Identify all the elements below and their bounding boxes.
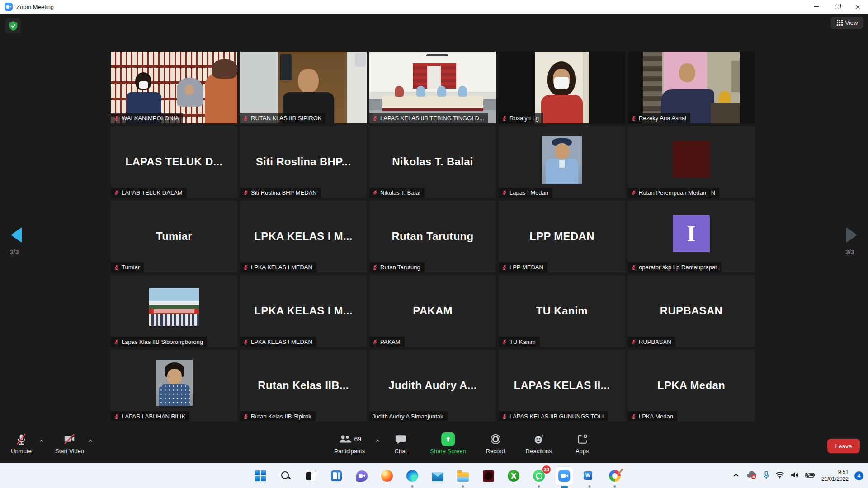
widgets-icon bbox=[331, 470, 342, 481]
taskbar-task-view-button[interactable] bbox=[302, 467, 320, 485]
participant-tile[interactable]: RUPBASANRUPBASAN bbox=[628, 275, 755, 347]
participant-tile[interactable]: LAPAS KELAS II...LAPAS KELAS IIB GUNUNGS… bbox=[499, 350, 625, 422]
participant-tile[interactable]: LAPAS LABUHAN BILIK bbox=[111, 350, 237, 422]
mic-muted-icon bbox=[113, 264, 119, 270]
tray-microphone-icon[interactable] bbox=[763, 471, 769, 481]
participant-tile[interactable]: TU KanimTU Kanim bbox=[499, 275, 625, 347]
taskbar-game-button[interactable] bbox=[479, 467, 497, 485]
participant-name-label: LAPAS TELUK DALAM bbox=[111, 188, 187, 198]
view-button[interactable]: View bbox=[831, 17, 863, 29]
participant-tile[interactable]: LAPAS TELUK D...LAPAS TELUK DALAM bbox=[111, 126, 237, 198]
next-page-arrow[interactable] bbox=[846, 227, 857, 243]
participant-name-label: Rosalyn Lg bbox=[499, 113, 543, 123]
participants-options-chevron[interactable] bbox=[375, 436, 380, 445]
taskbar-xbox-button[interactable] bbox=[505, 467, 523, 485]
taskbar-search-button[interactable] bbox=[277, 467, 295, 485]
participant-tile[interactable]: Nikolas T. BalaiNikolas T. Balai bbox=[369, 126, 496, 198]
participant-name-label: Rutan Perempuan Medan_ N bbox=[628, 188, 719, 198]
mic-muted-toolbar-icon bbox=[14, 432, 28, 447]
task-view-icon bbox=[305, 470, 317, 482]
participants-button[interactable]: 69 Participants bbox=[328, 432, 371, 455]
wifi-icon[interactable] bbox=[775, 471, 784, 480]
participant-name-text: WAI KANIMPOLONIA bbox=[122, 115, 179, 122]
start-video-button[interactable]: Start Video bbox=[55, 432, 84, 455]
participant-tile[interactable]: Rosalyn Lg bbox=[499, 52, 625, 123]
participant-tile[interactable]: Siti Roslina BHP...Siti Roslina BHP MEDA… bbox=[240, 126, 367, 198]
unmute-button[interactable]: Unmute bbox=[7, 432, 35, 455]
zoom-icon bbox=[558, 470, 570, 482]
record-button[interactable]: Record bbox=[481, 432, 509, 455]
mic-muted-icon bbox=[501, 190, 507, 196]
participant-name-text: Rutan Kelas IIB Sipirok bbox=[251, 413, 311, 420]
participant-tile[interactable]: Lapas I Medan bbox=[499, 126, 625, 198]
security-shield-button[interactable] bbox=[5, 18, 21, 33]
volume-icon[interactable] bbox=[790, 471, 799, 480]
share-screen-button[interactable]: Share Screen bbox=[430, 432, 466, 455]
mic-muted-icon bbox=[113, 339, 119, 345]
participant-tile[interactable]: LPP MEDANLPP MEDAN bbox=[499, 201, 625, 272]
taskbar-file-explorer-button[interactable] bbox=[454, 467, 472, 485]
windows-taskbar: 34 9:51 21/01/2022 4 bbox=[0, 463, 868, 488]
taskbar-teams-chat-button[interactable] bbox=[353, 467, 371, 485]
unmute-options-chevron[interactable] bbox=[39, 436, 44, 445]
video-options-chevron[interactable] bbox=[88, 436, 93, 445]
onedrive-error-icon[interactable] bbox=[745, 470, 757, 481]
reactions-label: Reactions bbox=[526, 448, 552, 455]
participant-tile[interactable]: Ioperator skp Lp Rantauprapat bbox=[628, 201, 755, 272]
participant-tile[interactable]: RUTAN KLAS IIB SIPIROK bbox=[240, 52, 367, 123]
participant-name-text: TU Kanim bbox=[509, 338, 536, 345]
participant-name-text: Siti Roslina BHP MEDAN bbox=[251, 189, 317, 196]
tray-chevron-up-icon[interactable] bbox=[732, 472, 740, 480]
mic-muted-icon bbox=[372, 115, 378, 121]
participant-tile[interactable]: LPKA KELAS I M...LPKA KELAS I MEDAN bbox=[240, 201, 367, 272]
participant-tile[interactable]: Rutan Kelas IIB...Rutan Kelas IIB Sipiro… bbox=[240, 350, 367, 422]
participant-tile[interactable]: Rutan Perempuan Medan_ N bbox=[628, 126, 755, 198]
teams-chat-icon bbox=[356, 470, 368, 482]
battery-saver-icon[interactable] bbox=[805, 472, 816, 480]
leave-button[interactable]: Leave bbox=[827, 439, 860, 453]
participant-tile[interactable]: WAI KANIMPOLONIA bbox=[111, 52, 237, 123]
taskbar-widgets-button[interactable] bbox=[327, 467, 345, 485]
participant-tile[interactable]: PAKAMPAKAM bbox=[369, 275, 496, 347]
participant-name-text: LAPAS KELAS IIB TEBING TINGGI D... bbox=[380, 115, 484, 122]
game-icon bbox=[483, 470, 494, 482]
participant-display-name: PAKAM bbox=[373, 304, 492, 317]
reactions-button[interactable]: Reactions bbox=[525, 432, 553, 455]
participant-name-label: PAKAM bbox=[369, 337, 405, 347]
mic-muted-icon bbox=[113, 115, 119, 121]
taskbar-firefox-button[interactable] bbox=[378, 467, 396, 485]
participant-name-text: Rutan Perempuan Medan_ N bbox=[639, 189, 715, 196]
previous-page-arrow[interactable] bbox=[11, 227, 22, 243]
participant-tile[interactable]: LAPAS KELAS IIB TEBING TINGGI D... bbox=[369, 52, 496, 123]
minimize-button[interactable] bbox=[806, 0, 826, 14]
chat-button[interactable]: Chat bbox=[387, 432, 415, 455]
apps-button[interactable]: Apps bbox=[568, 432, 596, 455]
taskbar-whatsapp-button[interactable]: 34 bbox=[530, 467, 548, 485]
mic-muted-icon bbox=[501, 115, 507, 121]
taskbar-word-button[interactable] bbox=[580, 467, 599, 485]
participant-name-label: RUTAN KLAS IIB SIPIROK bbox=[240, 113, 326, 123]
taskbar-clock[interactable]: 9:51 21/01/2022 bbox=[821, 469, 849, 483]
participant-display-name: LPKA Medan bbox=[632, 379, 751, 391]
participant-name-label: TU Kanim bbox=[499, 337, 540, 347]
restore-button[interactable] bbox=[826, 0, 847, 14]
participant-tile[interactable]: Rezeky Ana Ashal bbox=[628, 52, 755, 123]
participant-name-label: Nikolas T. Balai bbox=[369, 188, 425, 198]
participant-tile[interactable]: LPKA MedanLPKA Medan bbox=[628, 350, 755, 422]
participant-tile[interactable]: LPKA KELAS I M...LPKA KELAS I MEDAN bbox=[240, 275, 367, 347]
close-button[interactable] bbox=[847, 0, 868, 14]
participant-display-name: Rutan Tarutung bbox=[373, 230, 492, 242]
participant-tile[interactable]: Judith Audry A...Judith Audry A Simanjun… bbox=[369, 350, 496, 422]
taskbar-start-button[interactable] bbox=[251, 467, 269, 485]
taskbar-mail-button[interactable] bbox=[429, 467, 447, 485]
taskbar-paint-button[interactable] bbox=[606, 467, 624, 485]
participant-avatar-photo bbox=[149, 288, 199, 326]
notification-center-badge[interactable]: 4 bbox=[854, 471, 863, 480]
participant-tile[interactable]: TumiarTumiar bbox=[111, 201, 237, 272]
taskbar-zoom-button[interactable] bbox=[555, 467, 573, 485]
window-titlebar: Zoom Meeting bbox=[0, 0, 868, 14]
participant-tile[interactable]: Lapas Klas IIB Siborongborong bbox=[111, 275, 237, 347]
participant-name-text: LPKA Medan bbox=[639, 413, 673, 420]
taskbar-edge-button[interactable] bbox=[403, 467, 421, 485]
participant-tile[interactable]: Rutan TarutungRutan Tarutung bbox=[369, 201, 496, 272]
